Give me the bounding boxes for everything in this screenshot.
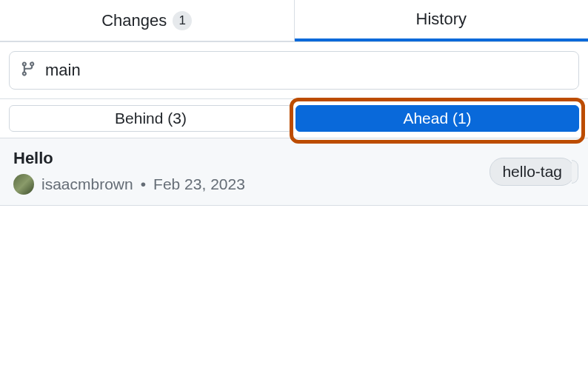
commit-date: Feb 23, 2023 <box>153 175 245 193</box>
tab-changes-badge: 1 <box>173 11 192 30</box>
tab-history-label: History <box>416 10 467 29</box>
tab-history[interactable]: History <box>295 0 589 41</box>
branch-selector[interactable]: main <box>9 51 579 90</box>
ahead-button[interactable]: Ahead (1) <box>295 105 579 132</box>
compare-row: Behind (3) Ahead (1) <box>0 99 588 138</box>
commit-author: isaacmbrown <box>41 175 133 193</box>
commit-item[interactable]: Hello isaacmbrown • Feb 23, 2023 hello-t… <box>0 138 588 206</box>
meta-separator: • <box>141 175 146 193</box>
tab-changes[interactable]: Changes 1 <box>0 0 295 41</box>
ahead-label: Ahead (1) <box>403 110 471 127</box>
avatar <box>13 174 34 195</box>
commit-tag-label: hello-tag <box>502 163 562 180</box>
branch-name: main <box>45 61 81 80</box>
tab-changes-label: Changes <box>101 11 167 30</box>
commit-list: Hello isaacmbrown • Feb 23, 2023 hello-t… <box>0 138 588 206</box>
commit-title: Hello <box>13 149 245 168</box>
behind-label: Behind (3) <box>115 110 187 127</box>
behind-button[interactable]: Behind (3) <box>9 105 293 132</box>
commit-main: Hello isaacmbrown • Feb 23, 2023 <box>13 149 245 195</box>
git-branch-icon <box>20 61 36 80</box>
branch-selector-row: main <box>0 42 588 99</box>
commit-meta: isaacmbrown • Feb 23, 2023 <box>13 174 245 195</box>
commit-tag: hello-tag <box>490 158 575 186</box>
tab-bar: Changes 1 History <box>0 0 588 42</box>
